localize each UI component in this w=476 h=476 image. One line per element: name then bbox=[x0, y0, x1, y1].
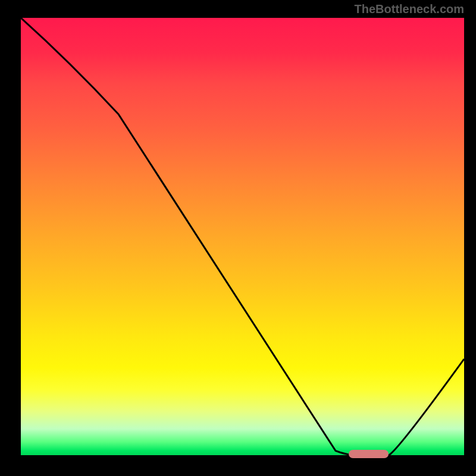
optimal-range-marker bbox=[349, 450, 389, 458]
bottleneck-curve bbox=[21, 18, 464, 455]
plot-area bbox=[21, 18, 464, 455]
curve-path bbox=[21, 18, 464, 455]
watermark-text: TheBottleneck.com bbox=[355, 2, 464, 16]
